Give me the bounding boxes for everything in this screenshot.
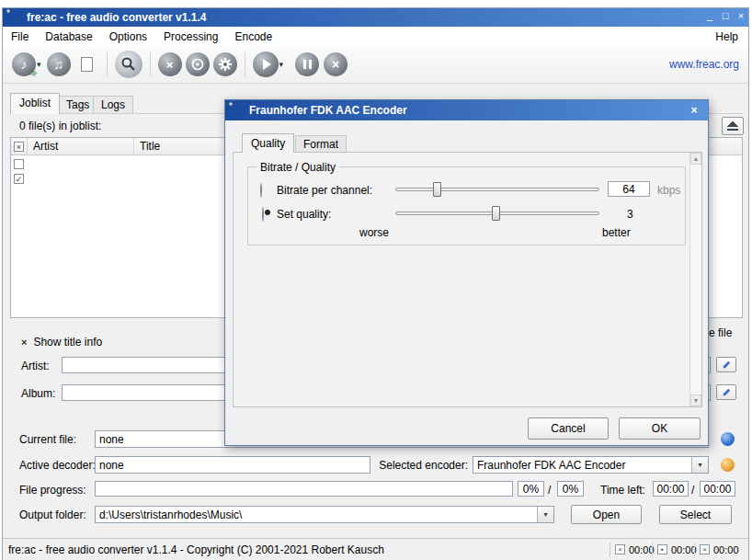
window-title: fre:ac - free audio converter v1.1.4 xyxy=(27,11,206,24)
main-window: fre:ac - free audio converter v1.1.4 _ □… xyxy=(2,7,749,560)
time-left-field: 00:00 xyxy=(653,481,689,497)
close-button[interactable]: × xyxy=(735,8,747,25)
add-audio-cd-button[interactable]: ♫ xyxy=(47,52,71,76)
play-icon xyxy=(263,59,271,70)
pause-encoding-button[interactable] xyxy=(295,52,319,76)
percent-a-value: 0% xyxy=(523,483,539,496)
scale-better-label: better xyxy=(602,226,631,239)
output-folder-value: d:\Users\tristanrhodes\Music\ xyxy=(96,507,538,523)
eject-icon xyxy=(727,121,738,131)
maximize-button[interactable]: □ xyxy=(719,8,732,25)
selected-encoder-combo[interactable]: Fraunhofer FDK AAC Encoder ▾ xyxy=(473,456,709,474)
active-decoder-field: none xyxy=(95,456,370,474)
dialog-tab-quality[interactable]: Quality xyxy=(242,133,294,153)
add-files-dropdown-caret[interactable]: ▾ xyxy=(37,60,41,69)
titlebar[interactable]: fre:ac - free audio converter v1.1.4 _ □… xyxy=(3,8,748,27)
album-label: Album: xyxy=(21,387,55,400)
output-folder-combo[interactable]: d:\Users\tristanrhodes\Music\ ▾ xyxy=(95,506,554,523)
bitrate-slider-track[interactable] xyxy=(395,188,599,191)
stop-icon: × xyxy=(332,57,339,72)
pencil-icon xyxy=(722,387,732,397)
configuration-button[interactable] xyxy=(213,52,237,76)
tab-tags[interactable]: Tags xyxy=(58,96,97,113)
active-decoder-label: Active decoder: xyxy=(19,459,96,472)
bitrate-unit: kbps xyxy=(657,184,680,197)
general-settings-button[interactable]: × xyxy=(158,52,182,76)
menu-file[interactable]: File xyxy=(3,28,37,46)
row-checkbox-empty[interactable] xyxy=(14,159,24,169)
time-icon-2: ▪ xyxy=(657,544,667,554)
time-icon-1: × xyxy=(615,544,625,554)
menu-database[interactable]: Database xyxy=(37,28,100,46)
tab-logs[interactable]: Logs xyxy=(93,96,133,113)
minimize-button[interactable]: _ xyxy=(703,8,716,25)
set-quality-radio[interactable] xyxy=(262,207,264,222)
menu-options[interactable]: Options xyxy=(101,28,155,46)
select-all-header[interactable]: × xyxy=(11,138,28,154)
time-total-field: 00:00 xyxy=(700,481,735,497)
selected-encoder-label: Selected encoder: xyxy=(374,459,468,472)
chevron-down-icon: ▾ xyxy=(543,510,547,519)
bitrate-value-field: 64 xyxy=(608,181,650,197)
cancel-button[interactable]: Cancel xyxy=(528,417,609,440)
device-settings-button[interactable] xyxy=(186,52,210,76)
right-fragment-text: e file xyxy=(709,326,732,339)
row-checkbox-checked[interactable]: ✓ xyxy=(14,174,24,184)
bitrate-slider-thumb[interactable] xyxy=(433,182,441,197)
select-button[interactable]: Select xyxy=(659,505,732,524)
scroll-down-icon[interactable]: ▼ xyxy=(690,394,701,406)
start-encoding-button[interactable] xyxy=(253,51,279,77)
open-button[interactable]: Open xyxy=(571,505,642,524)
current-file-label: Current file: xyxy=(19,433,76,446)
add-files-button[interactable]: ♪ + xyxy=(12,52,36,76)
dialog-scrollbar[interactable]: ▲ ▼ xyxy=(689,153,701,406)
time-left-label: Time left: xyxy=(600,484,645,497)
ok-button[interactable]: OK xyxy=(619,417,701,440)
website-link[interactable]: www.freac.org xyxy=(669,58,739,71)
output-folder-dropdown-button[interactable]: ▾ xyxy=(537,507,553,522)
time-slash: / xyxy=(691,484,694,497)
album-edit-button[interactable] xyxy=(716,384,736,400)
dialog-titlebar[interactable]: Fraunhofer FDK AAC Encoder × xyxy=(225,100,708,120)
bitrate-label: Bitrate per channel: xyxy=(277,184,372,197)
artist-label: Artist: xyxy=(21,360,50,372)
disc-icon xyxy=(190,57,205,72)
note-icon: ♪ xyxy=(21,57,28,72)
toolbar: ♪ + ▾ ♫ × xyxy=(3,46,748,84)
encoding-dropdown-caret[interactable]: ▾ xyxy=(279,60,284,69)
tab-joblist[interactable]: Joblist xyxy=(10,93,60,114)
quality-slider-thumb[interactable] xyxy=(492,206,500,221)
dialog-tab-format[interactable]: Format xyxy=(295,135,347,153)
joblist-count: 0 file(s) in joblist: xyxy=(19,120,101,132)
eject-button[interactable] xyxy=(722,117,744,135)
encoder-dropdown-button[interactable]: ▾ xyxy=(691,457,708,473)
column-header-artist-label: Artist xyxy=(33,140,58,153)
artist-edit-button[interactable] xyxy=(716,357,736,372)
open-playlist-button[interactable] xyxy=(75,52,99,76)
scale-worse-label: worse xyxy=(359,226,389,239)
cddb-query-button[interactable] xyxy=(115,51,142,78)
active-decoder-value: none xyxy=(96,457,370,474)
show-title-info-toggle[interactable]: × Show title info xyxy=(21,336,102,349)
statusbar-time-1: 00:00 xyxy=(629,544,655,555)
menu-help[interactable]: Help xyxy=(707,28,746,46)
bitrate-radio[interactable] xyxy=(260,183,262,198)
set-quality-label: Set quality: xyxy=(277,208,331,221)
menu-encode[interactable]: Encode xyxy=(226,28,280,46)
dialog-close-button[interactable]: × xyxy=(687,103,701,117)
column-header-artist[interactable]: Artist xyxy=(28,138,134,154)
select-all-checkbox[interactable]: × xyxy=(14,142,24,152)
scroll-up-icon[interactable]: ▲ xyxy=(690,153,701,165)
pencil-icon xyxy=(722,360,732,370)
gear-icon xyxy=(218,57,233,72)
stop-encoding-button[interactable]: × xyxy=(324,52,348,76)
statusbar-time-2: 00:00 xyxy=(671,544,697,555)
dialog-title: Fraunhofer FDK AAC Encoder xyxy=(249,104,407,117)
file-progress-label: File progress: xyxy=(19,484,86,497)
statusbar-divider xyxy=(610,543,610,557)
column-header-title-label: Title xyxy=(140,140,160,153)
menu-processing[interactable]: Processing xyxy=(155,28,226,46)
statusbar-divider xyxy=(694,543,695,557)
file-progress-bar xyxy=(95,481,513,497)
bitrate-value: 64 xyxy=(622,183,634,196)
